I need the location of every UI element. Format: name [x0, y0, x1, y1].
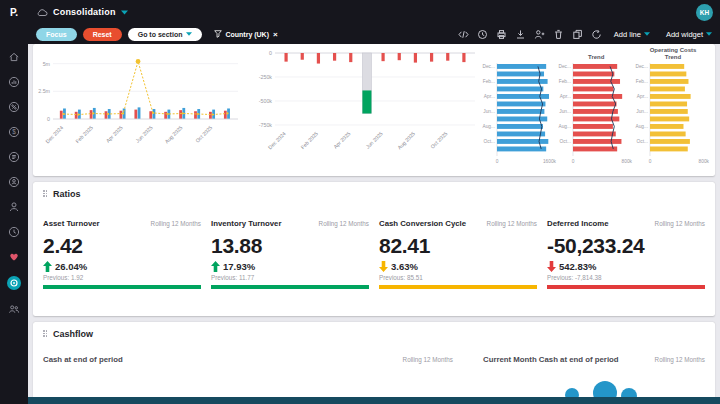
- change-arrow-icon: [547, 261, 556, 272]
- nav-crm-icon[interactable]: [7, 175, 21, 189]
- widget-trend-red[interactable]: Trend Dec...Feb...Apr...Jun...Aug...Oct.…: [558, 45, 634, 175]
- widget-negative-bar-chart[interactable]: 0-250k-500k-750kDec 2024Feb 2025Apr 2025…: [243, 45, 481, 175]
- svg-text:Aug...: Aug...: [482, 124, 495, 129]
- kpi-title: Inventory Turnover: [211, 219, 281, 228]
- svg-text:Oct 2025: Oct 2025: [194, 124, 213, 143]
- svg-text:Feb...: Feb...: [559, 79, 571, 84]
- svg-text:Jun...: Jun...: [560, 109, 572, 114]
- svg-text:Apr...: Apr...: [560, 94, 571, 99]
- nav-team-icon[interactable]: [7, 302, 21, 316]
- app-logo[interactable]: P.: [0, 7, 28, 18]
- assign-user-icon[interactable]: [533, 28, 546, 41]
- kpi-previous: Previous: 11.77: [211, 274, 369, 281]
- go-to-section-label: Go to section: [138, 31, 183, 38]
- kpi-period: Rolling 12 Months: [151, 220, 201, 227]
- cashflow-bottom-bar: [28, 397, 720, 404]
- dashboard-canvas: 02.5m5mDec 2024Feb 2025Apr 2025Jun 2025A…: [28, 44, 720, 404]
- duplicate-icon[interactable]: [571, 28, 584, 41]
- reset-button[interactable]: Reset: [83, 28, 122, 41]
- svg-text:Aug 2025: Aug 2025: [164, 124, 184, 144]
- add-widget-button[interactable]: Add widget: [666, 30, 712, 39]
- kpi-title: Asset Turnover: [43, 219, 100, 228]
- nav-financial-statements-icon[interactable]: [7, 150, 21, 164]
- kpi-previous: Previous: 1.92: [43, 274, 201, 281]
- kpi-period: Rolling 12 Months: [655, 220, 705, 227]
- svg-text:Dec...: Dec...: [559, 64, 572, 69]
- kpi-change-value: 17.93%: [223, 261, 255, 272]
- widget-current-month-cash[interactable]: Current Month Cash at end of period Roll…: [483, 355, 705, 364]
- go-to-section-button[interactable]: Go to section: [128, 28, 203, 41]
- widget-trend-blue[interactable]: Dec...Feb...Apr...Jun...Aug...Oct...0160…: [482, 45, 558, 175]
- svg-text:Jun 2025: Jun 2025: [134, 124, 153, 143]
- svg-text:Jun...: Jun...: [483, 109, 495, 114]
- filter-remove-icon[interactable]: ×: [273, 30, 278, 39]
- nav-recent-icon[interactable]: [7, 225, 21, 239]
- nav-favorites-icon[interactable]: [7, 250, 21, 264]
- print-icon[interactable]: [495, 28, 508, 41]
- dashboard-toolbar: Focus Reset Go to section Country (UK) ×: [0, 24, 720, 44]
- delete-icon[interactable]: [552, 28, 565, 41]
- svg-text:800k: 800k: [699, 159, 710, 164]
- dashboard-cloud-icon: [36, 8, 48, 17]
- svg-text:-750k: -750k: [259, 122, 273, 128]
- nav-analytics-icon[interactable]: [7, 75, 21, 89]
- add-widget-label: Add widget: [666, 30, 703, 39]
- svg-text:0: 0: [649, 159, 652, 164]
- svg-text:Feb 2025: Feb 2025: [299, 130, 319, 150]
- svg-text:Dec...: Dec...: [482, 64, 495, 69]
- svg-text:-500k: -500k: [259, 98, 273, 104]
- svg-text:Oct...: Oct...: [560, 139, 571, 144]
- kpi-value: 82.41: [379, 235, 537, 256]
- export-icon[interactable]: [514, 28, 527, 41]
- nav-rail: $: [0, 44, 28, 404]
- refresh-icon[interactable]: [590, 28, 603, 41]
- kpi-period: Rolling 12 Months: [487, 220, 537, 227]
- kpi-cash-conversion-cycle[interactable]: Cash Conversion Cycle Rolling 12 Months …: [379, 219, 537, 289]
- kpi-value: 2.42: [43, 235, 201, 256]
- add-line-label: Add line: [614, 30, 641, 39]
- focus-button[interactable]: Focus: [36, 28, 77, 41]
- svg-text:Oct...: Oct...: [637, 139, 648, 144]
- history-icon[interactable]: [476, 28, 489, 41]
- widget-monthly-combo-chart[interactable]: 02.5m5mDec 2024Feb 2025Apr 2025Jun 2025A…: [37, 45, 242, 175]
- nav-rebates-icon[interactable]: [7, 100, 21, 114]
- drag-handle-icon[interactable]: [43, 190, 48, 198]
- nav-profile-icon[interactable]: [7, 200, 21, 214]
- svg-text:Oct...: Oct...: [483, 139, 494, 144]
- drag-handle-icon[interactable]: [43, 330, 48, 338]
- code-view-icon[interactable]: [457, 28, 470, 41]
- nav-dashboards-icon-active[interactable]: [6, 275, 22, 291]
- kpi-asset-turnover[interactable]: Asset Turnover Rolling 12 Months 2.42 26…: [43, 219, 201, 289]
- kpi-deferred-income[interactable]: Deferred Income Rolling 12 Months -50,23…: [547, 219, 705, 289]
- svg-text:Jun 2025: Jun 2025: [364, 130, 383, 149]
- dashboard-switcher-chevron-icon[interactable]: [121, 10, 128, 15]
- kpi-change-value: 3.63%: [391, 261, 418, 272]
- svg-text:0: 0: [47, 116, 50, 122]
- kpi-value: 13.88: [211, 235, 369, 256]
- user-avatar[interactable]: KH: [696, 4, 713, 21]
- chart-title: [493, 46, 547, 61]
- filter-chip[interactable]: Country (UK) ×: [214, 30, 277, 39]
- kpi-inventory-turnover[interactable]: Inventory Turnover Rolling 12 Months 13.…: [211, 219, 369, 289]
- ratios-section: Ratios Asset Turnover Rolling 12 Months …: [33, 182, 715, 316]
- kpi-status-bar: [379, 285, 537, 289]
- svg-text:-250k: -250k: [259, 74, 273, 80]
- change-arrow-icon: [43, 261, 52, 272]
- nav-home-icon[interactable]: [7, 50, 21, 64]
- svg-text:Feb...: Feb...: [636, 79, 648, 84]
- widget-cash-at-end-of-period[interactable]: Cash at end of period Rolling 12 Months: [43, 355, 453, 364]
- filter-funnel-icon: [214, 30, 222, 38]
- svg-text:2.5m: 2.5m: [38, 88, 50, 94]
- kpi-value: -50,233.24: [547, 235, 705, 256]
- svg-text:Feb 2025: Feb 2025: [74, 124, 94, 144]
- nav-budgets-icon[interactable]: $: [7, 125, 21, 139]
- chevron-down-icon: [186, 32, 192, 36]
- svg-text:Apr 2025: Apr 2025: [105, 124, 124, 143]
- chevron-down-icon: [644, 32, 650, 36]
- kpi-change-value: 26.04%: [55, 261, 87, 272]
- kpi-title: Cash Conversion Cycle: [379, 219, 466, 228]
- add-line-button[interactable]: Add line: [614, 30, 650, 39]
- app-window: P. Consolidation KH Focus Reset Go to se…: [0, 0, 720, 404]
- widget-operating-costs-trend[interactable]: Operating Costs Trend Dec...Feb...Apr...…: [635, 45, 711, 175]
- filter-label: Country (UK): [225, 31, 269, 38]
